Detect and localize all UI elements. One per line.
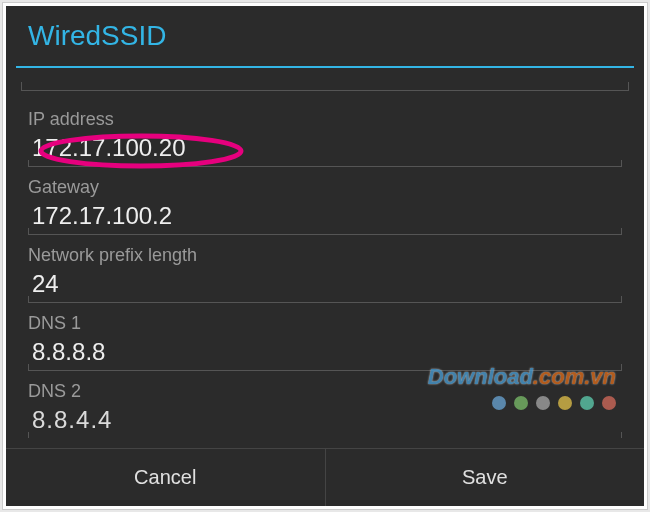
dns1-input[interactable]: 8.8.8.8 bbox=[32, 338, 618, 366]
dialog-body: IP address 172.17.100.20 Gateway 172.17.… bbox=[6, 91, 644, 438]
prefix-label: Network prefix length bbox=[28, 245, 622, 266]
field-dns2: DNS 2 8.8.4.4 bbox=[28, 381, 622, 438]
field-ip-address: IP address 172.17.100.20 bbox=[28, 109, 622, 167]
ip-address-input[interactable]: 172.17.100.20 bbox=[32, 134, 618, 162]
header-divider bbox=[16, 66, 634, 68]
save-button[interactable]: Save bbox=[326, 449, 645, 506]
wifi-config-dialog: WiredSSID IP address 172.17.100.20 Gatew… bbox=[6, 6, 644, 506]
prefix-input-wrap[interactable]: 24 bbox=[28, 268, 622, 303]
prefix-input[interactable]: 24 bbox=[32, 270, 618, 298]
dialog-header: WiredSSID bbox=[6, 6, 644, 62]
field-dns1: DNS 1 8.8.8.8 bbox=[28, 313, 622, 371]
dns1-label: DNS 1 bbox=[28, 313, 622, 334]
dialog-actions: Cancel Save bbox=[6, 448, 644, 506]
dns1-input-wrap[interactable]: 8.8.8.8 bbox=[28, 336, 622, 371]
top-field-remnant[interactable] bbox=[21, 82, 629, 91]
gateway-input-wrap[interactable]: 172.17.100.2 bbox=[28, 200, 622, 235]
dialog-title: WiredSSID bbox=[28, 20, 622, 52]
ip-address-input-wrap[interactable]: 172.17.100.20 bbox=[28, 132, 622, 167]
ip-address-label: IP address bbox=[28, 109, 622, 130]
field-gateway: Gateway 172.17.100.2 bbox=[28, 177, 622, 235]
dns2-label: DNS 2 bbox=[28, 381, 622, 402]
field-prefix: Network prefix length 24 bbox=[28, 245, 622, 303]
dns2-input[interactable]: 8.8.4.4 bbox=[32, 406, 618, 434]
cancel-button[interactable]: Cancel bbox=[6, 449, 325, 506]
dns2-input-wrap[interactable]: 8.8.4.4 bbox=[28, 404, 622, 438]
screenshot-frame: WiredSSID IP address 172.17.100.20 Gatew… bbox=[2, 2, 648, 510]
gateway-input[interactable]: 172.17.100.2 bbox=[32, 202, 618, 230]
gateway-label: Gateway bbox=[28, 177, 622, 198]
